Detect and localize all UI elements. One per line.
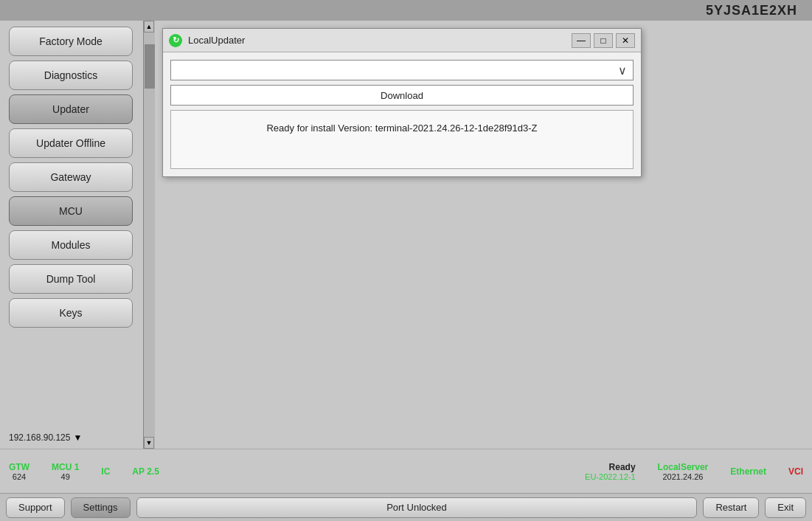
mcu1-value: 49 [61, 472, 70, 481]
status-vci: VCI [788, 466, 803, 477]
ready-sub: EU-2022.12-1 [585, 472, 636, 481]
sidebar-scrollbar[interactable]: ▲ ▼ [143, 21, 155, 449]
mcu1-label: MCU 1 [52, 462, 79, 472]
sidebar-item-updater[interactable]: Updater [9, 94, 133, 124]
settings-button[interactable]: Settings [71, 497, 131, 518]
status-ready: Ready EU-2022.12-1 [585, 462, 636, 481]
status-ap: AP 2.5 [132, 466, 159, 477]
ic-label: IC [101, 466, 110, 477]
version-dropdown[interactable]: ∨ [170, 60, 634, 80]
ethernet-label: Ethernet [730, 466, 766, 477]
restart-button[interactable]: Restart [703, 497, 759, 518]
sidebar-item-mcu[interactable]: MCU [9, 196, 133, 226]
status-ethernet: Ethernet [730, 466, 766, 477]
maximize-button[interactable]: □ [594, 33, 613, 48]
sidebar-item-gateway[interactable]: Gateway [9, 162, 133, 192]
install-version-text: Ready for install Version: terminal-2021… [266, 123, 537, 134]
ready-label: Ready [609, 462, 636, 472]
gtw-value: 624 [13, 472, 26, 481]
exit-button[interactable]: Exit [765, 497, 806, 518]
close-button[interactable]: ✕ [616, 33, 635, 48]
window-title: LocalUpdater [188, 35, 566, 46]
gtw-label: GTW [9, 462, 30, 472]
refresh-icon: ↻ [173, 35, 179, 45]
scroll-up-arrow[interactable]: ▲ [144, 21, 154, 32]
main-layout: ▲ ▼ Factory Mode Diagnostics Updater Upd… [0, 21, 812, 449]
top-bar: 5YJSA1E2XH [0, 0, 812, 21]
minimize-button[interactable]: — [572, 33, 591, 48]
sidebar-item-keys[interactable]: Keys [9, 298, 133, 328]
status-bar: GTW 624 MCU 1 49 IC AP 2.5 Ready EU-2022… [0, 449, 812, 493]
status-mcu1: MCU 1 49 [52, 462, 79, 481]
sidebar-item-diagnostics[interactable]: Diagnostics [9, 61, 133, 90]
sidebar-item-dump-tool[interactable]: Dump Tool [9, 264, 133, 294]
sidebar-nav: Factory Mode Diagnostics Updater Updater… [9, 27, 146, 428]
localserver-label: LocalServer [658, 462, 709, 472]
sidebar: ▲ ▼ Factory Mode Diagnostics Updater Upd… [0, 21, 155, 449]
status-gtw: GTW 624 [9, 462, 30, 481]
sidebar-item-modules[interactable]: Modules [9, 230, 133, 260]
app-icon: ↻ [169, 34, 182, 47]
ap-label: AP 2.5 [132, 466, 159, 477]
action-bar: Support Settings Port Unlocked Restart E… [0, 493, 812, 521]
status-ic: IC [101, 466, 110, 477]
scrollbar-thumb[interactable] [145, 44, 155, 89]
ip-row: 192.168.90.125 ▼ [9, 432, 146, 443]
content-area: ↻ LocalUpdater — □ ✕ ∨ Download [155, 21, 812, 449]
ip-address: 192.168.90.125 [9, 432, 70, 443]
ip-dropdown-arrow[interactable]: ▼ [73, 432, 82, 443]
support-button[interactable]: Support [6, 497, 65, 518]
info-panel: Ready for install Version: terminal-2021… [170, 110, 634, 169]
window-body: ∨ Download Ready for install Version: te… [163, 52, 641, 176]
localserver-value: 2021.24.26 [662, 472, 703, 481]
window-titlebar: ↻ LocalUpdater — □ ✕ [163, 29, 641, 52]
scroll-down-arrow[interactable]: ▼ [144, 437, 154, 449]
port-unlocked-button[interactable]: Port Unlocked [136, 497, 698, 518]
download-button[interactable]: Download [170, 85, 634, 106]
status-localserver: LocalServer 2021.24.26 [658, 462, 709, 481]
vehicle-id: 5YJSA1E2XH [706, 3, 797, 18]
status-items: GTW 624 MCU 1 49 IC AP 2.5 Ready EU-2022… [0, 449, 812, 493]
chevron-down-icon: ∨ [618, 63, 627, 77]
vci-label: VCI [788, 466, 803, 477]
sidebar-item-factory-mode[interactable]: Factory Mode [9, 27, 133, 56]
local-updater-window: ↻ LocalUpdater — □ ✕ ∨ Download [162, 28, 642, 177]
window-controls: — □ ✕ [572, 33, 635, 48]
sidebar-item-updater-offline[interactable]: Updater Offline [9, 128, 133, 158]
